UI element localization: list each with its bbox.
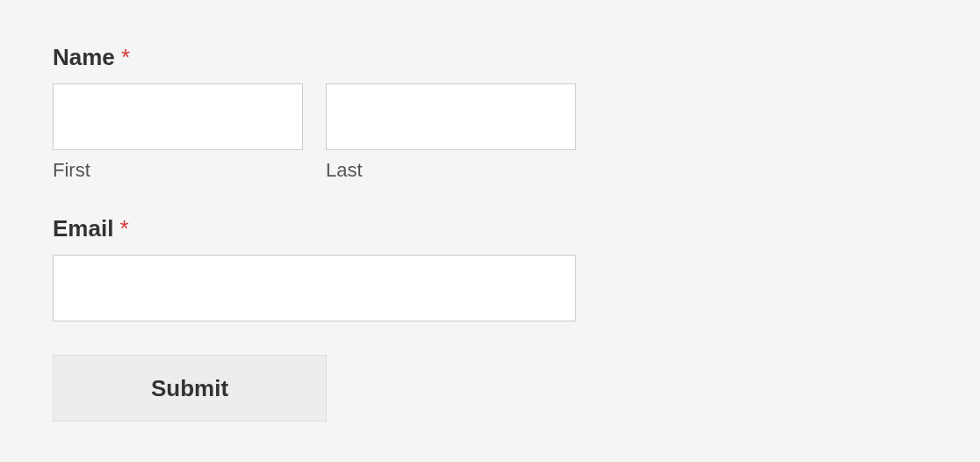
email-required-mark: * bbox=[120, 215, 129, 242]
first-name-column: First bbox=[53, 83, 303, 182]
name-label: Name * bbox=[53, 44, 927, 71]
last-name-input[interactable] bbox=[326, 83, 576, 150]
email-input[interactable] bbox=[53, 255, 576, 321]
last-name-column: Last bbox=[326, 83, 576, 182]
last-name-sublabel: Last bbox=[326, 159, 576, 182]
name-required-mark: * bbox=[121, 44, 130, 70]
name-row: First Last bbox=[53, 83, 927, 182]
first-name-input[interactable] bbox=[53, 83, 303, 150]
name-field-group: Name * First Last bbox=[53, 44, 927, 182]
email-label: Email * bbox=[53, 215, 927, 242]
first-name-sublabel: First bbox=[53, 159, 303, 182]
email-field-group: Email * bbox=[53, 215, 927, 321]
name-label-text: Name bbox=[53, 44, 115, 70]
email-label-text: Email bbox=[53, 215, 113, 242]
submit-button[interactable]: Submit bbox=[53, 355, 327, 422]
contact-form: Name * First Last Email * Submit bbox=[53, 44, 927, 422]
